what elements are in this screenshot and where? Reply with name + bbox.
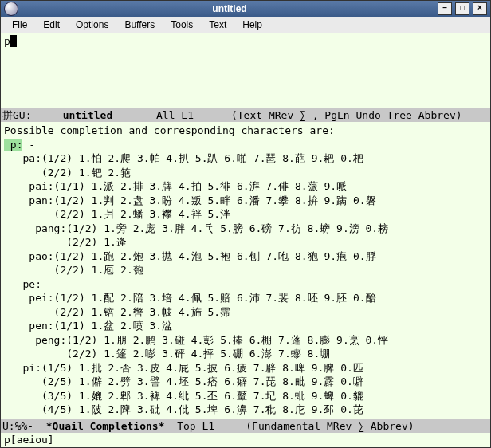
window-buttons: – □ ×	[438, 2, 487, 15]
modeline-bottom-left: U:%%-	[2, 420, 46, 432]
menubar: File Edit Options Buffers Tools Text Hel…	[1, 17, 490, 33]
menu-buffers[interactable]: Buffers	[116, 19, 163, 30]
main-buffer[interactable]: p	[1, 33, 490, 108]
modeline-bottom-modes: Top L1 (Fundamental MRev ∑ Abbrev)	[165, 420, 414, 432]
titlebar: untitled – □ ×	[1, 1, 490, 17]
menu-edit[interactable]: Edit	[35, 19, 68, 30]
modeline-top-modes: All L1 (Text MRev ∑ , PgLn Undo-Tree Abb…	[112, 109, 462, 121]
minibuffer-text: p[aeiou]	[4, 434, 54, 446]
menu-help[interactable]: Help	[234, 19, 270, 30]
menu-options[interactable]: Options	[68, 19, 116, 30]
menu-tools[interactable]: Tools	[163, 19, 201, 30]
menu-file[interactable]: File	[4, 19, 35, 30]
completions-header: Possible completion and corresponding ch…	[4, 124, 335, 136]
window-title: untitled	[22, 3, 438, 14]
minimize-button[interactable]: –	[438, 2, 452, 15]
emacs-window: untitled – □ × File Edit Options Buffers…	[0, 0, 491, 448]
minibuffer[interactable]: p[aeiou]	[1, 433, 490, 447]
text-cursor	[10, 35, 17, 47]
modeline-bottom-buffer-name: *Quail Completions*	[46, 420, 165, 432]
maximize-button[interactable]: □	[455, 2, 469, 15]
completion-lines: pa:(1/2) 1.怕 2.爬 3.帕 4.扒 5.趴 6.啪 7.琶 8.葩…	[4, 152, 388, 415]
modeline-top-left: 拼GU:---	[2, 109, 63, 121]
close-button[interactable]: ×	[473, 2, 487, 15]
menu-text[interactable]: Text	[201, 19, 234, 30]
modeline-top-buffer-name: untitled	[63, 109, 113, 121]
completion-root-val: -	[22, 139, 35, 151]
modeline-bottom[interactable]: U:%%- *Quail Completions* Top L1 (Fundam…	[1, 419, 490, 433]
typed-text: p	[4, 35, 10, 47]
modeline-top[interactable]: 拼GU:--- untitled All L1 (Text MRev ∑ , P…	[1, 108, 490, 122]
completions-buffer[interactable]: Possible completion and corresponding ch…	[1, 122, 490, 419]
app-icon	[4, 2, 18, 16]
completion-root: p:	[4, 139, 22, 151]
